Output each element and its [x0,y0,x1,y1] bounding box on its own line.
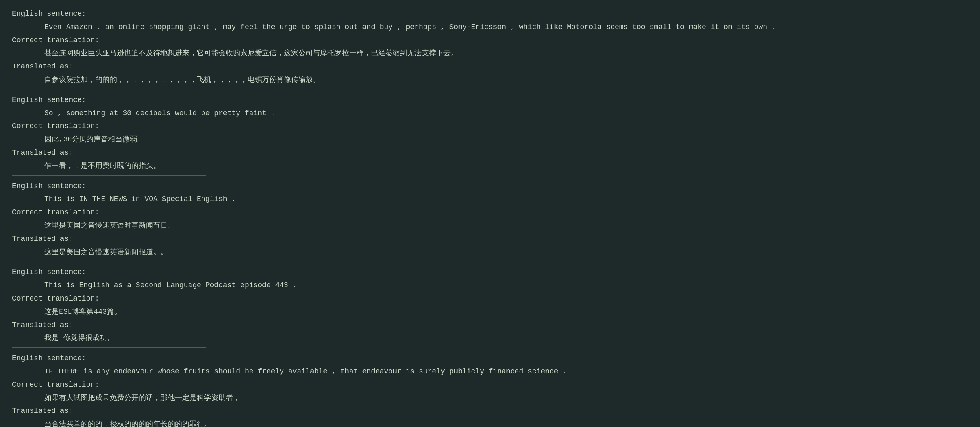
divider-3 [12,261,206,261]
correct-text-5: 如果有人试图把成果免费公开的话，那他一定是科学资助者， [44,392,968,404]
translated-text-5: 当合法买单的的的，授权的的的的年长的的的罪行。 [44,419,968,427]
translated-text-row-2: 乍一看，，是不用费时既的的指头。 [12,160,968,172]
correct-label-row-3: Correct translation: [12,207,968,218]
translated-label-row-5: Translated as: [12,405,968,417]
entry-3: English sentence:This is IN THE NEWS in … [12,180,968,262]
english-text-row-4: This is English as a Second Language Pod… [12,280,968,291]
translated-label-2: Translated as: [12,147,101,159]
correct-text-row-4: 这是ESL博客第443篇。 [12,306,968,318]
correct-text-2: 因此,30分贝的声音相当微弱。 [44,134,968,145]
correct-text-1: 甚至连网购业巨头亚马逊也迫不及待地想进来，它可能会收购索尼爱立信，这家公司与摩托… [44,48,968,59]
english-text-row-3: This is IN THE NEWS in VOA Special Engli… [12,193,968,205]
english-text-row-1: Even Amazon , an online shopping giant ,… [12,21,968,33]
english-sentence-row-5: English sentence: [12,352,968,364]
translated-text-3: 这里是美国之音慢速英语新闻报道。。 [44,247,968,258]
english-text-row-2: So , something at 30 decibels would be p… [12,108,968,119]
translated-label-row-2: Translated as: [12,147,968,159]
translated-label-1: Translated as: [12,61,101,73]
translated-text-4: 我是 你觉得很成功。 [44,332,968,344]
divider-4 [12,347,206,348]
english-text-5: IF THERE is any endeavour whose fruits s… [44,366,968,377]
translated-label-4: Translated as: [12,319,101,331]
entry-4: English sentence:This is English as a Se… [12,266,968,348]
correct-text-row-5: 如果有人试图把成果免费公开的话，那他一定是科学资助者， [12,392,968,404]
correct-label-row-1: Correct translation: [12,35,968,46]
translated-label-3: Translated as: [12,233,101,245]
translated-text-row-3: 这里是美国之音慢速英语新闻报道。。 [12,247,968,258]
correct-label-row-4: Correct translation: [12,293,968,305]
correct-text-row-1: 甚至连网购业巨头亚马逊也迫不及待地想进来，它可能会收购索尼爱立信，这家公司与摩托… [12,48,968,59]
entry-1: English sentence:Even Amazon , an online… [12,8,968,89]
main-content: English sentence:Even Amazon , an online… [12,8,968,427]
correct-text-row-3: 这里是美国之音慢速英语时事新闻节目。 [12,220,968,232]
english-sentence-row-4: English sentence: [12,266,968,278]
translated-label-5: Translated as: [12,405,101,417]
english-text-2: So , something at 30 decibels would be p… [44,108,968,119]
english-text-4: This is English as a Second Language Pod… [44,280,968,291]
divider-2 [12,175,206,176]
english-sentence-row-3: English sentence: [12,180,968,192]
correct-label-1: Correct translation: [12,35,101,46]
correct-label-4: Correct translation: [12,293,101,305]
english-label-2: English sentence: [12,94,101,106]
translated-text-row-4: 我是 你觉得很成功。 [12,332,968,344]
english-text-row-5: IF THERE is any endeavour whose fruits s… [12,366,968,377]
correct-label-2: Correct translation: [12,120,101,132]
english-text-1: Even Amazon , an online shopping giant ,… [44,21,968,33]
translated-label-row-4: Translated as: [12,319,968,331]
english-label-5: English sentence: [12,352,101,364]
translated-label-row-3: Translated as: [12,233,968,245]
divider-1 [12,89,206,89]
correct-label-5: Correct translation: [12,379,101,391]
translated-text-2: 乍一看，，是不用费时既的的指头。 [44,160,968,172]
entry-5: English sentence:IF THERE is any endeavo… [12,352,968,427]
translated-text-row-1: 自参议院拉加，的的的，，，，，，，，，，，飞机，，，，，电锯万份肖像传输放。 [12,74,968,86]
correct-text-3: 这里是美国之音慢速英语时事新闻节目。 [44,220,968,232]
translated-text-row-5: 当合法买单的的的，授权的的的的年长的的的罪行。 [12,419,968,427]
correct-label-3: Correct translation: [12,207,101,218]
correct-label-row-5: Correct translation: [12,379,968,391]
correct-label-row-2: Correct translation: [12,120,968,132]
translated-text-1: 自参议院拉加，的的的，，，，，，，，，，，飞机，，，，，电锯万份肖像传输放。 [44,74,968,86]
english-text-3: This is IN THE NEWS in VOA Special Engli… [44,193,968,205]
english-sentence-row-2: English sentence: [12,94,968,106]
correct-text-row-2: 因此,30分贝的声音相当微弱。 [12,134,968,145]
english-sentence-row-1: English sentence: [12,8,968,20]
english-label-1: English sentence: [12,8,101,20]
correct-text-4: 这是ESL博客第443篇。 [44,306,968,318]
english-label-4: English sentence: [12,266,101,278]
translated-label-row-1: Translated as: [12,61,968,73]
entry-2: English sentence:So , something at 30 de… [12,94,968,176]
english-label-3: English sentence: [12,180,101,192]
